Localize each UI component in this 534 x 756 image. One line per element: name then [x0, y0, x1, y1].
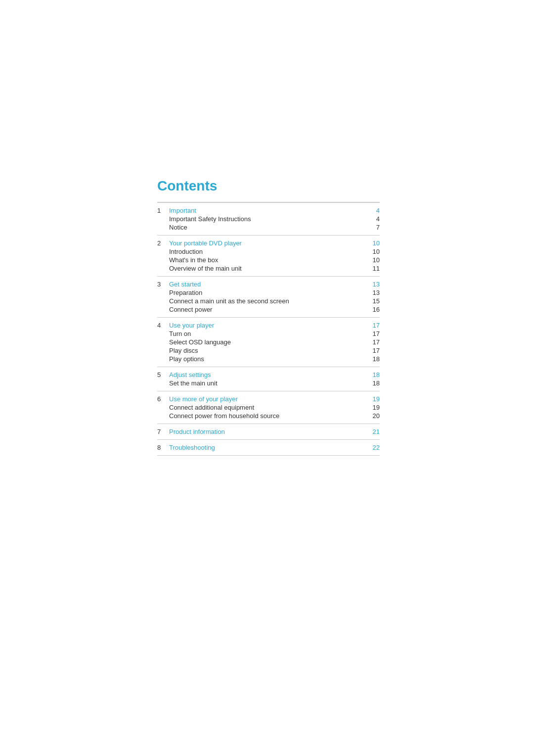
toc-item-label: Select OSD language [169, 338, 368, 346]
toc-section-page: 10 [368, 239, 380, 247]
toc-section-title-row: 2Your portable DVD player10 [157, 236, 380, 247]
toc-item-page: 10 [368, 248, 380, 255]
toc-item-row: Notice7 [157, 223, 380, 235]
toc-section-4: 4Use your player17Turn on17Select OSD la… [157, 317, 380, 367]
toc-item-row: Play discs17 [157, 346, 380, 355]
toc-item-page: 10 [368, 256, 380, 264]
toc-section-label: Troubleshooting [169, 444, 368, 451]
toc-section-page: 4 [368, 207, 380, 214]
toc-section-number: 6 [157, 395, 169, 403]
toc-item-row: Play options18 [157, 355, 380, 367]
toc-item-row: Set the main unit18 [157, 379, 380, 391]
toc-item-page: 4 [368, 215, 380, 223]
toc-section-title-row: 8Troubleshooting22 [157, 440, 380, 455]
toc-item-page: 19 [368, 404, 380, 411]
toc-item-label: Play discs [169, 347, 368, 354]
toc-section-title-row: 7Product information21 [157, 424, 380, 439]
toc-item-row: Connect additional equipment19 [157, 403, 380, 412]
toc-section-page: 17 [368, 322, 380, 329]
toc-section-title-row: 3Get started13 [157, 277, 380, 288]
toc-item-row: Important Safety Instructions4 [157, 215, 380, 223]
toc-section-2: 2Your portable DVD player10Introduction1… [157, 235, 380, 276]
toc-item-label: Connect power from household source [169, 412, 368, 420]
toc-section-page: 22 [368, 444, 380, 451]
toc-item-page: 17 [368, 330, 380, 337]
toc-item-row: Connect power16 [157, 305, 380, 317]
contents-section: Contents 1Important4Important Safety Ins… [157, 178, 380, 456]
toc-section-label: Adjust settings [169, 371, 368, 378]
toc-section-number: 3 [157, 281, 169, 288]
toc-item-label: Important Safety Instructions [169, 215, 368, 223]
toc-section-3: 3Get started13Preparation13Connect a mai… [157, 276, 380, 317]
toc-item-row: Connect power from household source20 [157, 412, 380, 424]
toc-section-8: 8Troubleshooting22 [157, 439, 380, 455]
toc-item-label: Overview of the main unit [169, 265, 368, 272]
toc-item-row: Select OSD language17 [157, 338, 380, 346]
toc-section-7: 7Product information21 [157, 424, 380, 439]
toc-section-page: 19 [368, 395, 380, 403]
toc-item-label: Introduction [169, 248, 368, 255]
contents-title: Contents [157, 178, 380, 194]
toc-section-title-row: 1Important4 [157, 203, 380, 215]
toc-item-page: 18 [368, 379, 380, 387]
toc-section-number: 8 [157, 444, 169, 451]
toc-item-page: 7 [368, 224, 380, 231]
toc-section-number: 5 [157, 371, 169, 378]
toc-item-page: 20 [368, 412, 380, 420]
toc-item-label: Connect a main unit as the second screen [169, 297, 368, 305]
toc-section-number: 7 [157, 428, 169, 435]
toc-section-5: 5Adjust settings18Set the main unit18 [157, 367, 380, 391]
toc-section-page: 13 [368, 281, 380, 288]
toc-item-page: 17 [368, 338, 380, 346]
toc-section-number: 4 [157, 322, 169, 329]
toc-item-label: Set the main unit [169, 379, 368, 387]
toc-item-label: What's in the box [169, 256, 368, 264]
toc-item-label: Play options [169, 355, 368, 363]
toc-item-label: Connect power [169, 306, 368, 313]
toc-section-label: Use more of your player [169, 395, 368, 403]
toc-section-title-row: 6Use more of your player19 [157, 391, 380, 403]
toc-section-label: Important [169, 207, 368, 214]
toc-section-number: 1 [157, 207, 169, 214]
toc-item-row: Connect a main unit as the second screen… [157, 297, 380, 305]
toc-item-label: Notice [169, 224, 368, 231]
toc-item-row: Introduction10 [157, 247, 380, 256]
toc-item-row: What's in the box10 [157, 256, 380, 264]
toc-section-1: 1Important4Important Safety Instructions… [157, 202, 380, 235]
toc-item-label: Connect additional equipment [169, 404, 368, 411]
toc-item-page: 11 [368, 265, 380, 272]
toc-section-label: Your portable DVD player [169, 239, 368, 247]
toc-item-label: Turn on [169, 330, 368, 337]
toc-section-title-row: 5Adjust settings18 [157, 367, 380, 379]
toc-item-page: 15 [368, 297, 380, 305]
toc-section-number: 2 [157, 239, 169, 247]
toc-item-page: 17 [368, 347, 380, 354]
toc-section-6: 6Use more of your player19Connect additi… [157, 391, 380, 424]
toc-item-page: 18 [368, 355, 380, 363]
toc-item-row: Preparation13 [157, 288, 380, 297]
toc-item-page: 13 [368, 289, 380, 296]
toc-item-page: 16 [368, 306, 380, 313]
toc-item-row: Overview of the main unit11 [157, 264, 380, 276]
toc-table: 1Important4Important Safety Instructions… [157, 202, 380, 456]
toc-item-row: Turn on17 [157, 330, 380, 338]
toc-section-page: 21 [368, 428, 380, 435]
toc-section-label: Use your player [169, 322, 368, 329]
toc-section-label: Product information [169, 428, 368, 435]
page: Contents 1Important4Important Safety Ins… [0, 0, 534, 756]
toc-item-label: Preparation [169, 289, 368, 296]
toc-section-title-row: 4Use your player17 [157, 318, 380, 330]
toc-section-page: 18 [368, 371, 380, 378]
toc-section-label: Get started [169, 281, 368, 288]
